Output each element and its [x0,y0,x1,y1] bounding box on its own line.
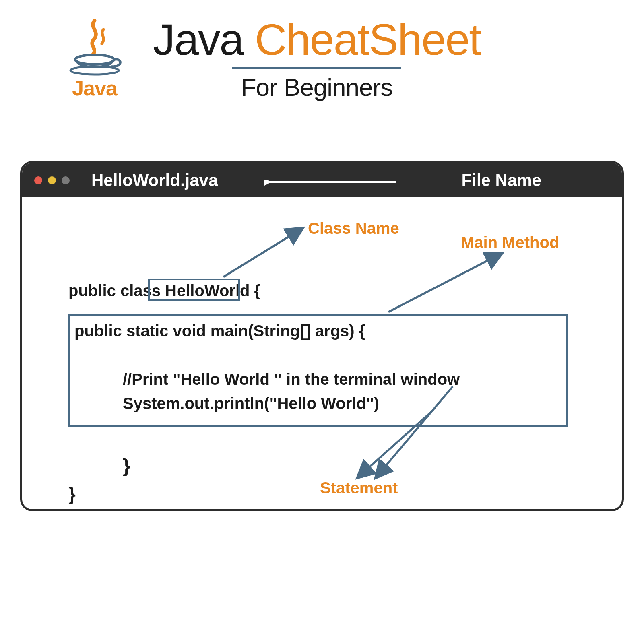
header: Java Java CheatSheet For Beginners [0,0,644,109]
traffic-light-maximize-icon [62,176,70,184]
coffee-cup-icon [66,17,123,78]
traffic-light-minimize-icon [48,176,56,184]
title-word-java: Java [153,14,243,64]
title-main: Java CheatSheet [153,16,481,63]
annotation-arrows [22,197,624,511]
traffic-light-close-icon [34,176,42,184]
svg-line-5 [358,411,433,477]
title-subtitle: For Beginners [241,73,392,101]
java-logo: Java [60,17,129,100]
title-block: Java CheatSheet For Beginners [153,16,481,101]
code-area: Class Name Main Method Statement public … [22,197,622,509]
title-underline [232,67,401,69]
code-window: HelloWorld.java File Name Class Name Mai… [20,161,624,511]
svg-line-3 [223,229,302,277]
title-word-cheatsheet: CheatSheet [255,14,481,64]
filename-label: File Name [462,171,541,190]
logo-text: Java [72,76,117,100]
arrow-filename-icon [264,180,400,188]
svg-line-6 [376,386,453,477]
svg-point-0 [75,55,114,64]
window-filename: HelloWorld.java [91,171,218,190]
window-titlebar: HelloWorld.java File Name [22,163,622,197]
svg-line-4 [388,254,501,312]
